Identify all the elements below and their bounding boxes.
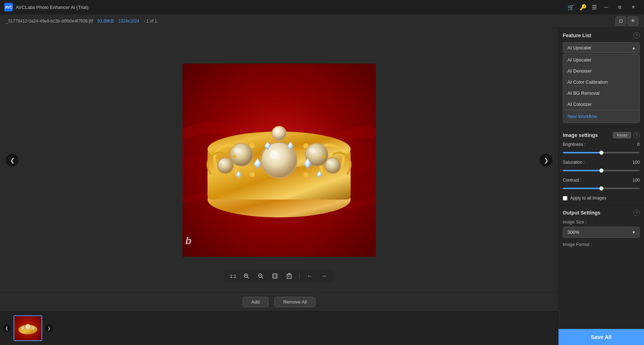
svg-point-16 <box>274 129 278 133</box>
svg-point-4 <box>208 132 351 167</box>
thumbnail-svg <box>14 316 42 340</box>
zoom-out-button[interactable] <box>257 272 265 280</box>
apply-all-checkbox[interactable] <box>563 196 567 201</box>
prev-tool-button[interactable]: ← <box>306 272 314 280</box>
remove-all-button[interactable]: Remove All <box>274 297 316 307</box>
feature-list-section: Feature List ? AI Upscaler ▴ AI Upscaler… <box>558 28 644 128</box>
save-all-button[interactable]: Save All <box>558 329 644 345</box>
crop-view-button[interactable]: ⊡ <box>615 16 626 26</box>
contrast-label-row: Contrast : 100 <box>563 178 640 183</box>
chevron-up-icon: ▴ <box>633 45 635 50</box>
svg-point-3 <box>208 132 351 167</box>
title-actions: 🛒 🔑 ☰ <box>567 4 597 11</box>
toolbar-divider <box>299 273 300 279</box>
reset-button[interactable]: Reset <box>613 132 631 138</box>
panel-spacer <box>558 253 644 329</box>
filename: _51778412-0a24-49e8-bc3b-d6fb0e4f7608.jf… <box>6 19 93 24</box>
svg-rect-2 <box>208 149 351 199</box>
svg-point-14 <box>327 160 331 164</box>
close-button[interactable]: ✕ <box>627 2 640 13</box>
window-controls: — ⧉ ✕ <box>600 2 640 13</box>
cart-icon[interactable]: 🛒 <box>567 4 575 11</box>
image-settings-section: Image settings Reset ? Brightness : 0 Sa… <box>558 128 644 205</box>
zoom-label: 1:1 <box>230 273 236 279</box>
dimensions: 1024x1024 <box>118 19 139 24</box>
svg-marker-19 <box>265 142 270 150</box>
contrast-row: Contrast : 100 <box>563 178 640 191</box>
feature-dropdown-menu: AI Upscaler AI Denoiser AI Color Calibra… <box>563 54 640 123</box>
svg-point-28 <box>322 155 326 158</box>
minimize-button[interactable]: — <box>600 2 613 13</box>
feature-dropdown-button[interactable]: AI Upscaler ▴ <box>563 42 640 53</box>
dropdown-item-denoiser[interactable]: AI Denoiser <box>563 65 639 77</box>
svg-rect-0 <box>182 64 376 257</box>
svg-point-13 <box>325 158 341 173</box>
thumbnail-strip: ❮ <box>0 311 558 345</box>
svg-point-6 <box>269 151 278 159</box>
right-panel: Feature List ? AI Upscaler ▴ AI Upscaler… <box>558 28 644 345</box>
title-bar: AVC AVCLabs Photo Enhancer AI (Trial) 🛒 … <box>0 0 644 14</box>
svg-line-34 <box>262 277 263 279</box>
ring-image-svg <box>182 64 376 257</box>
contrast-slider[interactable] <box>563 188 640 189</box>
image-size-group: Image Size : 300% ▾ <box>563 220 640 238</box>
svg-point-1 <box>208 182 351 217</box>
dropdown-item-color-calibration[interactable]: AI Color Calibration <box>563 77 639 88</box>
next-image-button[interactable]: ❯ <box>540 154 552 167</box>
svg-point-10 <box>220 160 224 164</box>
brightness-slider[interactable] <box>563 152 640 153</box>
key-icon[interactable]: 🔑 <box>580 4 587 11</box>
apply-all-row: Apply to all images <box>563 196 640 201</box>
image-format-label: Image Format : <box>563 242 640 247</box>
image-viewer: ❮ <box>0 28 558 292</box>
image-size-select[interactable]: 300% ▾ <box>563 227 640 238</box>
saturation-slider[interactable] <box>563 170 640 171</box>
image-settings-help-icon[interactable]: ? <box>633 132 640 138</box>
feature-list-title: Feature List <box>563 33 591 38</box>
contrast-value: 100 <box>633 178 640 183</box>
thumb-prev-button[interactable]: ❮ <box>3 324 11 332</box>
main-image: b <box>182 64 376 257</box>
image-size-label: Image Size : <box>563 220 640 225</box>
next-tool-button[interactable]: → <box>320 272 328 280</box>
maximize-button[interactable]: ⧉ <box>613 2 626 13</box>
dropdown-item-new-workflow[interactable]: New Workflow <box>563 110 639 123</box>
image-size-chevron-icon: ▾ <box>633 230 635 235</box>
svg-rect-36 <box>273 274 277 278</box>
save-btn-wrapper: Save All <box>558 329 644 345</box>
feature-list-help-icon[interactable]: ? <box>633 32 640 39</box>
svg-marker-22 <box>317 171 322 178</box>
image-size-value: 300% <box>567 230 579 235</box>
thumbnail-item[interactable] <box>14 315 42 341</box>
svg-marker-21 <box>236 171 241 178</box>
svg-marker-18 <box>304 158 311 169</box>
output-settings-help-icon[interactable]: ? <box>633 210 640 216</box>
apply-all-label[interactable]: Apply to all images <box>570 196 606 201</box>
zoom-in-button[interactable] <box>242 272 251 280</box>
dropdown-item-bg-removal[interactable]: AI BG Removal <box>563 88 639 99</box>
brightness-value: 0 <box>637 142 640 147</box>
svg-point-15 <box>272 126 286 141</box>
fit-button[interactable] <box>271 272 279 280</box>
add-button[interactable]: Add <box>243 297 269 307</box>
menu-icon[interactable]: ☰ <box>592 4 597 11</box>
svg-point-23 <box>250 143 255 148</box>
feature-dropdown-selected: AI Upscaler <box>567 45 591 50</box>
preview-button[interactable]: 👁 <box>628 16 638 26</box>
svg-point-46 <box>25 324 30 330</box>
watermark: b <box>185 235 191 247</box>
dropdown-item-colorizer[interactable]: AI Colorizer <box>563 99 639 110</box>
saturation-label: Saturation : <box>563 160 585 165</box>
saturation-label-row: Saturation : 100 <box>563 160 640 165</box>
prev-image-button[interactable]: ❮ <box>6 154 19 167</box>
delete-button[interactable] <box>285 272 294 280</box>
image-settings-header: Image settings Reset ? <box>563 132 640 138</box>
brightness-row: Brightness : 0 <box>563 142 640 155</box>
thumb-next-button[interactable]: ❯ <box>45 324 53 332</box>
dropdown-item-upscaler[interactable]: AI Upscaler <box>563 54 639 65</box>
filesize: 93.89KB <box>97 19 114 24</box>
svg-rect-39 <box>287 274 292 279</box>
svg-point-9 <box>218 158 233 173</box>
bottom-controls: Add Remove All <box>0 292 558 311</box>
svg-point-5 <box>261 142 297 178</box>
